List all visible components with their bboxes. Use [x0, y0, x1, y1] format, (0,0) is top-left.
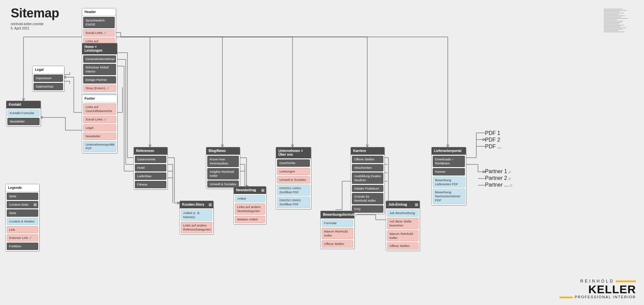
row: Partner	[433, 168, 465, 175]
row: Auf diese Stelle bewerben	[387, 218, 419, 229]
row: Newsletter	[83, 133, 116, 140]
card-job-eintrag: Job-Eintrag▤ Job Beschreibung Auf diese …	[386, 201, 420, 251]
logo: REINHOLD KELLER PROFESSIONAL INTERIOR	[558, 279, 636, 299]
row: DIN/ISO 50001 Zertifikat PDF	[277, 197, 310, 208]
row: FAQ	[352, 205, 383, 213]
card-header-title: Header	[82, 8, 116, 16]
row: Fitness	[135, 181, 166, 188]
card-kunden-title: Kunden-Story▤	[180, 201, 213, 208]
legend-title: Legende	[6, 184, 39, 192]
row: Social Links	[83, 116, 116, 123]
card-kunden-story: Kunden-Story▤ Artikel (z. B. Maredo) Lin…	[179, 201, 214, 235]
card-lieferanten: Lieferantenportal Downloads = Richtlinie…	[431, 147, 466, 205]
row: Legal	[83, 124, 116, 132]
card-newsbeitrag-title: Newsbeitrag▤	[234, 187, 266, 194]
row: Umwelt & Soziales	[277, 176, 310, 184]
row: Newsletter	[7, 118, 40, 125]
row: Bewerbung Lieferanten PDF	[433, 176, 465, 188]
card-legal-title: Legal	[33, 66, 64, 73]
card-lieferanten-title: Lieferantenportal	[432, 147, 466, 155]
row: Links auf andere Referenzkategorien	[181, 222, 212, 233]
card-bewerbung: Bewerbungsformular Formular Warum Reinho…	[320, 211, 355, 249]
card-karriere: Karriere Offene Stellen Absolventen Ausb…	[351, 147, 385, 214]
content-icon: ▤	[415, 203, 418, 206]
card-karriere-title: Karriere	[351, 147, 384, 155]
row: Ausbildung Duales Studium	[352, 172, 383, 184]
card-kontakt-title: Kontakt	[6, 101, 41, 108]
card-kontakt: Kontakt Kontakt Formular Newsletter	[6, 101, 41, 126]
minimap	[604, 8, 631, 48]
card-referenzen-title: Referenzen	[134, 147, 167, 155]
row: Geschichte	[277, 159, 310, 167]
row: Impressum	[34, 74, 63, 82]
card-footer: Footer Links auf Geschäftsbereiche Socia…	[82, 95, 117, 153]
row: Offene Stellen	[352, 156, 383, 163]
row: Leistungen	[277, 168, 310, 175]
content-icon: ▤	[209, 203, 212, 206]
card-blog-title: Blog/News	[206, 147, 240, 155]
row: Sprachswitch: EN/DE	[83, 17, 115, 28]
row: Partner 1	[485, 168, 515, 174]
row: Offene Stellen	[387, 242, 419, 250]
card-footer-title: Footer	[82, 95, 117, 102]
page-subtitle: reinhold-keller.com/de 5. April 2021	[11, 22, 59, 31]
row: Links auf andere Newskategorien	[235, 203, 265, 215]
row: Formular	[322, 219, 353, 227]
content-icon: ▤	[261, 188, 264, 192]
row: PDF 1	[485, 130, 515, 136]
row: PDF ...	[485, 144, 515, 150]
legend-row: Content-Seite▤	[7, 201, 38, 208]
row: Social Links	[83, 29, 115, 37]
card-unternehmen: Unternehmen = Über uns Geschichte Leistu…	[276, 147, 311, 209]
card-unternehmen-title: Unternehmen = Über uns	[276, 147, 311, 158]
row: Shop (Extern)	[83, 85, 116, 92]
row: Ladenbau	[135, 172, 166, 180]
row: Weitere Artikel	[235, 216, 265, 223]
legend: Legende Seite Content-Seite▤ Seite Conte…	[5, 184, 40, 251]
row: Gründe für Reinhold Keller	[352, 193, 383, 204]
row: DIN/ISO 14001 Zertifikat PDF	[277, 185, 310, 196]
row: Generalunternehmer	[83, 55, 116, 63]
row: Schreiner Möbel Interior	[83, 64, 116, 75]
row: Warum Reinhold Keller	[387, 230, 419, 242]
card-job-title: Job-Eintrag▤	[386, 201, 420, 208]
content-icon: ▤	[34, 203, 37, 207]
row: Downloads = Richtlinien	[433, 156, 465, 167]
legend-row: Externer Link	[7, 234, 38, 242]
legend-row: Seite	[7, 209, 38, 217]
row: Absolventen	[352, 164, 383, 171]
legend-row: Link	[7, 226, 38, 234]
card-blog: Blog/News Know How Innenausbau Insights …	[206, 147, 240, 189]
row: Know How Innenausbau	[207, 156, 239, 167]
row: Unternehmenspolitik PDF	[83, 141, 116, 152]
partner-list: Partner 1 Partner 2 Partner ...	[485, 168, 515, 189]
card-referenzen: Referenzen Gastronomie Hotel Ladenbau Fi…	[133, 147, 168, 190]
card-legal: Legal Impressum Datenschutz	[32, 66, 64, 92]
row: Hotel	[135, 164, 166, 171]
row: Initiativ Praktikum	[352, 185, 383, 192]
row: Partner ...	[485, 182, 515, 188]
card-home-title: Home = Leistungen	[82, 43, 117, 54]
page-title-block: Sitemap reinhold-keller.com/de 5. April …	[11, 6, 59, 31]
pdf-list: PDF 1 PDF 2 PDF ...	[485, 130, 515, 150]
row: Artikel (z. B. Maredo)	[181, 209, 212, 221]
row: PDF 2	[485, 137, 515, 143]
page-title: Sitemap	[11, 6, 59, 20]
row: Datenschutz	[34, 83, 63, 90]
legend-row: Funktion	[7, 243, 38, 250]
row: Offene Stellen	[322, 240, 353, 248]
row: Insights Reinhold Keller	[207, 168, 239, 180]
row: Kontakt Formular	[7, 109, 40, 117]
legend-row: Seite	[7, 193, 38, 200]
legend-row: Content & Medien	[7, 218, 38, 225]
card-newsbeitrag: Newsbeitrag▤ Artikel Links auf andere Ne…	[233, 186, 266, 224]
row: Links auf Geschäftsbereiche	[83, 103, 116, 115]
card-bewerbung-title: Bewerbungsformular	[321, 211, 354, 218]
row: Artikel	[235, 195, 265, 202]
row: Gastronomie	[135, 156, 166, 163]
row: Warum Reinhold Keller	[322, 228, 353, 239]
row: Bewerbung Nachunternehmer PDF	[433, 189, 465, 204]
row: Job Beschreibung	[387, 209, 419, 217]
row: Partner 2	[485, 175, 515, 181]
row: Design-Partner	[83, 76, 116, 84]
